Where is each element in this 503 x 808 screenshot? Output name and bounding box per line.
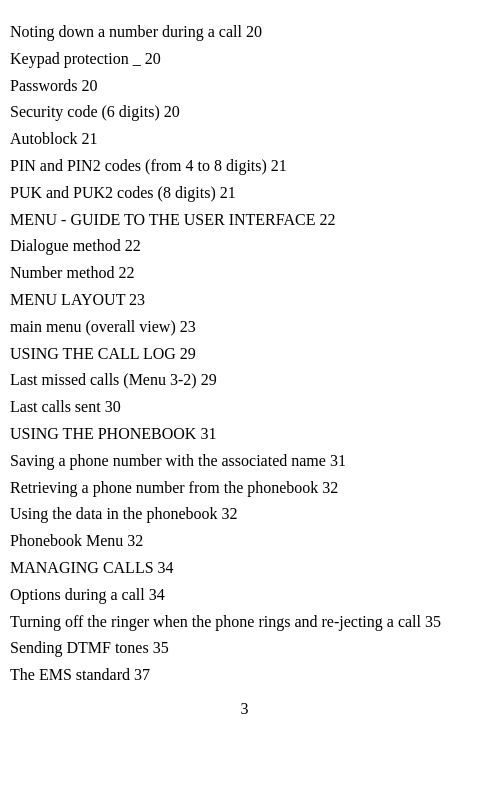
- list-item: Passwords 20: [10, 74, 479, 99]
- list-item: Noting down a number during a call 20: [10, 20, 479, 45]
- page-content: Noting down a number during a call 20Key…: [10, 20, 479, 688]
- list-item: Keypad protection _ 20: [10, 47, 479, 72]
- list-item: Using the data in the phonebook 32: [10, 502, 479, 527]
- list-item: Autoblock 21: [10, 127, 479, 152]
- list-item: Last calls sent 30: [10, 395, 479, 420]
- list-item: Dialogue method 22: [10, 234, 479, 259]
- list-item: MENU - GUIDE TO THE USER INTERFACE 22: [10, 208, 479, 233]
- list-item: USING THE PHONEBOOK 31: [10, 422, 479, 447]
- list-item: PIN and PIN2 codes (from 4 to 8 digits) …: [10, 154, 479, 179]
- list-item: Retrieving a phone number from the phone…: [10, 476, 479, 501]
- list-item: MANAGING CALLS 34: [10, 556, 479, 581]
- list-item: USING THE CALL LOG 29: [10, 342, 479, 367]
- list-item: Options during a call 34: [10, 583, 479, 608]
- list-item: The EMS standard 37: [10, 663, 479, 688]
- list-item: Phonebook Menu 32: [10, 529, 479, 554]
- list-item: main menu (overall view) 23: [10, 315, 479, 340]
- list-item: Saving a phone number with the associate…: [10, 449, 479, 474]
- list-item: MENU LAYOUT 23: [10, 288, 479, 313]
- list-item: Turning off the ringer when the phone ri…: [10, 610, 479, 635]
- list-item: Security code (6 digits) 20: [10, 100, 479, 125]
- page-number: 3: [10, 700, 479, 718]
- list-item: Sending DTMF tones 35: [10, 636, 479, 661]
- list-item: Last missed calls (Menu 3-2) 29: [10, 368, 479, 393]
- list-item: Number method 22: [10, 261, 479, 286]
- list-item: PUK and PUK2 codes (8 digits) 21: [10, 181, 479, 206]
